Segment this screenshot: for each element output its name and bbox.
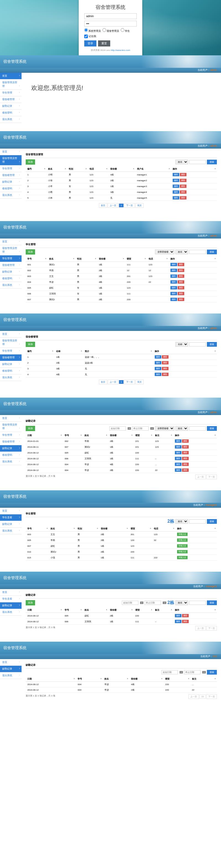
delete-button[interactable]: 删除 [180, 196, 186, 199]
column-header[interactable]: 电话 [147, 256, 169, 262]
sidebar-item[interactable]: 宿舍管理员管理 [0, 338, 22, 348]
column-header[interactable]: 电话 [88, 166, 109, 172]
delete-button[interactable]: 删除 [162, 373, 169, 376]
delete-button[interactable]: 删除 [180, 190, 186, 194]
edit-button[interactable]: 编辑 [171, 280, 177, 284]
edit-button[interactable]: 编辑 [173, 196, 179, 199]
login-button[interactable]: 登录 [84, 40, 97, 46]
sidebar-item[interactable]: 退出系统 [0, 116, 22, 123]
delete-button[interactable]: 删除 [182, 457, 189, 460]
sidebar-item[interactable]: 修改密码 [0, 368, 22, 374]
sidebar-item[interactable]: 缺勤记录 [0, 103, 22, 110]
delete-button[interactable]: 删除 [182, 614, 189, 617]
sidebar-item[interactable]: 缺勤记录 [0, 179, 22, 185]
sidebar-item[interactable]: 学生管理 [0, 165, 22, 172]
column-header[interactable]: 宿舍楼 [99, 526, 129, 531]
column-header[interactable]: 用户名 [135, 166, 171, 172]
edit-button[interactable]: 编辑 [175, 620, 182, 623]
edit-button[interactable]: 编辑 [175, 468, 182, 472]
detail-button[interactable]: 详情入住 [177, 538, 188, 542]
sidebar-item[interactable]: 首页 [0, 659, 22, 666]
column-header[interactable]: 学号 [76, 676, 103, 682]
delete-button[interactable]: 删除 [182, 451, 189, 454]
column-header[interactable]: 姓名 [83, 607, 108, 613]
edit-button[interactable]: 编辑 [175, 439, 182, 443]
sidebar-item[interactable]: 宿舍楼管理 [0, 262, 22, 269]
sidebar-item[interactable]: 学生查看 [0, 515, 22, 521]
column-header[interactable]: 操作 [175, 526, 217, 531]
column-header[interactable]: 操作 [173, 607, 217, 613]
delete-button[interactable]: 删除 [178, 280, 184, 284]
sidebar-item[interactable]: 缺勤记录 [0, 666, 22, 672]
column-header[interactable]: 编号 [26, 349, 54, 354]
sidebar-item[interactable]: 宿舍楼管理 [0, 172, 22, 179]
column-header[interactable]: 操作 [169, 256, 217, 262]
edit-button[interactable]: 编辑 [171, 263, 177, 266]
sidebar-item[interactable]: 退出系统 [0, 672, 22, 679]
detail-button[interactable]: 详情入住 [177, 550, 188, 553]
password-input[interactable] [84, 21, 137, 27]
column-header[interactable]: 姓名 [49, 526, 76, 531]
column-header[interactable]: 学号 [26, 526, 49, 531]
sidebar-item[interactable]: 首页 [0, 589, 22, 596]
sidebar-item[interactable]: 学生查看 [0, 596, 22, 602]
edit-button[interactable]: 编辑 [173, 190, 179, 194]
column-header[interactable]: 宿舍楼 [109, 166, 135, 172]
sidebar-item[interactable]: 缺勤记录 [0, 269, 22, 275]
sidebar-item[interactable]: 学生管理 [0, 432, 22, 439]
edit-button[interactable]: 编辑 [155, 373, 161, 376]
sidebar-item[interactable]: 缺勤记录 [0, 445, 22, 452]
column-header[interactable]: 备注 [153, 433, 173, 438]
column-header[interactable]: 姓名 [83, 433, 108, 438]
sidebar-item[interactable]: 修改密码 [0, 452, 22, 459]
column-header[interactable]: 简介 [83, 349, 153, 354]
column-header[interactable]: 性别 [76, 526, 99, 531]
column-header[interactable]: 编号 [26, 166, 46, 172]
delete-button[interactable]: 删除 [182, 620, 189, 623]
edit-button[interactable]: 编辑 [171, 298, 177, 301]
edit-button[interactable]: 编辑 [175, 445, 182, 448]
column-header[interactable]: 日期 [26, 433, 63, 438]
column-header[interactable]: 姓名 [47, 256, 75, 262]
username-input[interactable] [84, 13, 137, 19]
column-header[interactable]: 姓名 [46, 166, 67, 172]
column-header[interactable]: 宿舍楼 [108, 433, 134, 438]
column-header[interactable]: 日期 [26, 676, 76, 682]
sidebar-item[interactable]: 修改密码 [0, 110, 22, 116]
sidebar-item[interactable]: 宿舍管理员管理 [0, 245, 22, 255]
filter-select[interactable]: 姓名 [175, 160, 188, 164]
sidebar-item[interactable]: 修改密码 [0, 185, 22, 192]
delete-button[interactable]: 删除 [182, 463, 189, 466]
column-header[interactable]: 操作 [153, 349, 217, 354]
column-header[interactable]: 名称 [54, 349, 83, 354]
column-header[interactable]: 操作 [171, 166, 217, 172]
detail-button[interactable]: 详情入住 [177, 556, 188, 559]
column-header[interactable]: 寝室 [134, 433, 154, 438]
detail-button[interactable]: 详情入住 [177, 533, 188, 536]
column-header[interactable]: 学号 [63, 433, 83, 438]
edit-button[interactable]: 编辑 [171, 269, 177, 272]
edit-button[interactable]: 编辑 [155, 355, 161, 359]
delete-button[interactable]: 删除 [182, 468, 189, 472]
delete-button[interactable]: 删除 [178, 263, 184, 266]
delete-button[interactable]: 删除 [178, 275, 184, 278]
sidebar-item[interactable]: 退出系统 [0, 282, 22, 288]
sidebar-item[interactable]: 宿舍楼管理 [0, 439, 22, 445]
column-header[interactable]: 学号 [63, 607, 83, 613]
reset-button[interactable]: 重置 [98, 40, 110, 46]
delete-button[interactable]: 删除 [162, 361, 169, 364]
delete-button[interactable]: 删除 [178, 298, 184, 301]
column-header[interactable]: 学号 [26, 256, 47, 262]
delete-button[interactable]: 删除 [178, 269, 184, 272]
column-header[interactable]: 寝室 [129, 526, 152, 531]
sidebar-item[interactable]: 首页 [0, 415, 22, 422]
edit-button[interactable]: 编辑 [155, 361, 161, 364]
column-header[interactable]: 宿舍楼 [97, 256, 125, 262]
detail-button[interactable]: 详情入住 [177, 544, 188, 548]
column-header[interactable]: 寝室 [125, 256, 147, 262]
column-header[interactable]: 备注 [153, 607, 173, 613]
edit-button[interactable]: 编辑 [155, 367, 161, 370]
column-header[interactable]: 电话 [152, 526, 175, 531]
sidebar-item[interactable]: 修改密码 [0, 275, 22, 282]
edit-button[interactable]: 编辑 [175, 614, 182, 617]
